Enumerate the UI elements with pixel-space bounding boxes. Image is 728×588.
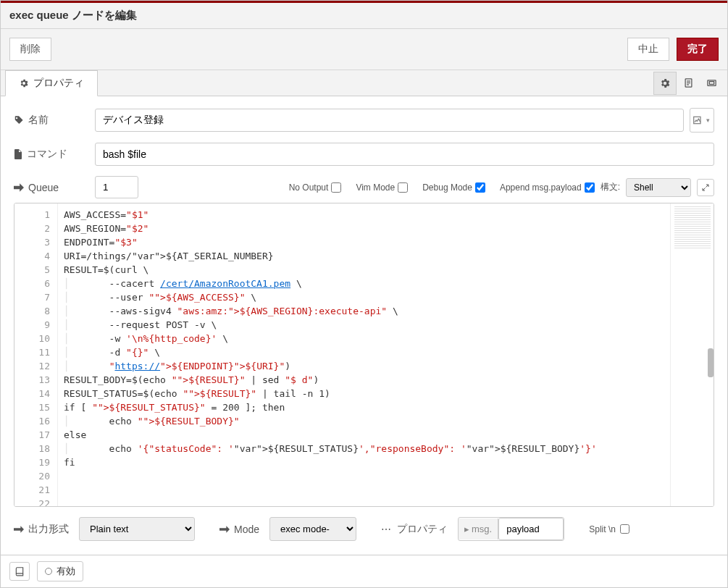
syntax-select[interactable]: Shell [626, 178, 691, 197]
tag-icon [14, 115, 24, 125]
tab-icon-appearance[interactable] [700, 72, 723, 95]
dialog-title: exec queue ノードを編集 [1, 1, 727, 29]
command-label: コマンド [14, 148, 86, 161]
vim-mode-option[interactable]: Vim Mode [356, 182, 408, 193]
mode-select[interactable]: exec mode- [269, 517, 356, 541]
syntax-label: 構文: [601, 181, 620, 193]
status-dot-icon [45, 568, 52, 575]
queue-input[interactable] [95, 176, 138, 198]
tab-label: プロパティ [33, 77, 84, 90]
line-gutter: 12345678910111213141516171819202122 [14, 203, 58, 506]
no-output-option[interactable]: No Output [289, 182, 342, 193]
bottom-options: 出力形式 Plain text Mode exec mode- ⋯ プロパティ … [14, 517, 714, 541]
tab-icon-settings[interactable] [653, 72, 677, 95]
tab-bar: プロパティ [1, 70, 727, 96]
minimap[interactable] [670, 203, 714, 506]
icon-picker[interactable]: ▾ [690, 108, 714, 133]
debug-mode-checkbox[interactable] [475, 182, 485, 193]
split-n-checkbox[interactable] [620, 524, 629, 534]
append-msg-option[interactable]: Append msg.payload [500, 182, 595, 193]
code-content[interactable]: AWS_ACCESS="$1"AWS_REGION="$2"ENDPOINT="… [58, 203, 670, 506]
footer-docs-icon[interactable] [9, 562, 30, 581]
form-body: 名前 ▾ コマンド Queue [1, 96, 727, 555]
svg-rect-5 [709, 82, 714, 85]
name-label: 名前 [14, 114, 86, 127]
property-input[interactable]: ▸msg. [458, 517, 564, 541]
queue-label: Queue [14, 182, 86, 193]
footer: 有効 [1, 555, 727, 587]
code-editor[interactable]: 12345678910111213141516171819202122 AWS_… [14, 203, 714, 507]
svg-rect-4 [707, 80, 715, 86]
tab-properties[interactable]: プロパティ [5, 70, 98, 96]
property-label: ⋯ プロパティ [381, 523, 448, 536]
gear-icon [19, 78, 29, 88]
cancel-button[interactable]: 中止 [627, 38, 669, 61]
append-msg-checkbox[interactable] [585, 182, 595, 193]
file-icon [14, 149, 22, 159]
delete-button[interactable]: 削除 [9, 38, 51, 61]
arrow-right-icon [14, 526, 24, 533]
scrollbar-handle[interactable] [708, 348, 714, 377]
arrow-right-icon [219, 526, 230, 533]
command-input[interactable] [95, 143, 714, 166]
property-field[interactable] [498, 518, 564, 540]
vim-mode-checkbox[interactable] [398, 182, 408, 193]
name-input[interactable] [95, 109, 684, 132]
debug-mode-option[interactable]: Debug Mode [422, 182, 485, 193]
expand-editor-icon[interactable] [697, 179, 714, 196]
mode-label: Mode [219, 524, 259, 535]
output-format-select[interactable]: Plain text [79, 517, 195, 541]
output-format-label: 出力形式 [14, 523, 69, 536]
no-output-checkbox[interactable] [331, 182, 341, 193]
edit-dialog: exec queue ノードを編集 削除 中止 完了 プロパティ [0, 0, 728, 588]
tab-icon-description[interactable] [677, 72, 700, 95]
done-button[interactable]: 完了 [677, 38, 719, 61]
enabled-toggle[interactable]: 有効 [37, 561, 83, 581]
top-button-bar: 削除 中止 完了 [1, 29, 727, 70]
arrow-right-icon [14, 183, 24, 192]
split-n-option[interactable]: Split \n [589, 524, 629, 534]
